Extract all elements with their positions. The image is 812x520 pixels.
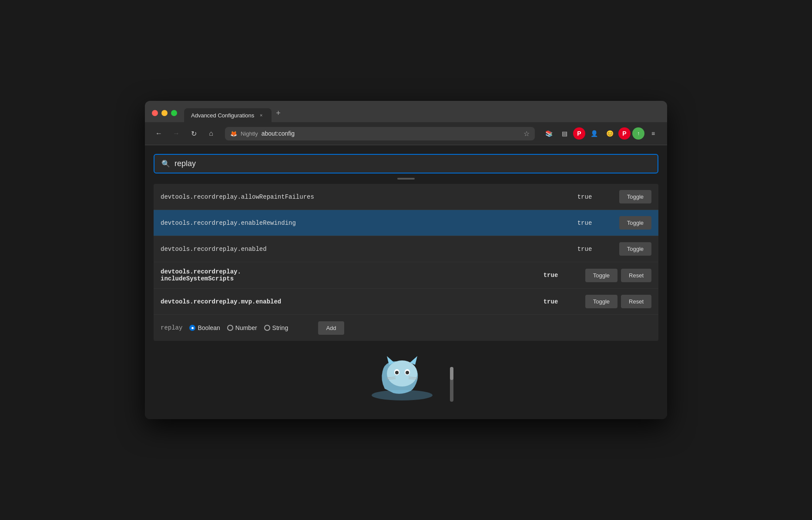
mascot-svg	[359, 350, 446, 402]
back-button[interactable]: ←	[152, 127, 166, 140]
pref-actions: Toggle	[619, 242, 651, 256]
library-button[interactable]: 📚	[542, 127, 556, 140]
home-button[interactable]: ⌂	[204, 127, 218, 140]
add-row: replay Boolean Number String	[154, 315, 658, 341]
active-tab[interactable]: Advanced Configurations ×	[184, 108, 272, 122]
pref-actions: Toggle	[619, 216, 651, 230]
account-button[interactable]: 👤	[587, 127, 601, 140]
nightly-label: Nightly	[241, 130, 258, 137]
mascot-area	[154, 341, 658, 410]
toggle-button[interactable]: Toggle	[585, 295, 617, 308]
pref-name: devtools.recordreplay.allowRepaintFailur…	[161, 193, 570, 200]
radio-number-label: Number	[235, 324, 257, 331]
account2-button[interactable]: 😊	[603, 127, 617, 140]
pref-value: true	[577, 193, 612, 200]
firefox-icon: 🦊	[230, 130, 237, 137]
config-row: devtools.recordreplay.includeSystemScrip…	[154, 262, 658, 289]
pinterest-icon[interactable]: P	[573, 127, 585, 140]
close-button[interactable]	[152, 110, 158, 116]
config-row: devtools.recordreplay.allowRepaintFailur…	[154, 184, 658, 210]
config-row: devtools.recordreplay.mvp.enabled true T…	[154, 289, 658, 315]
bookmark-button[interactable]: ☆	[523, 130, 530, 138]
pref-actions: Toggle	[619, 190, 651, 203]
svg-point-5	[406, 371, 409, 374]
browser-window: Advanced Configurations × + ← → ↻ ⌂ 🦊 Ni…	[145, 101, 667, 419]
forward-button[interactable]: →	[169, 127, 183, 140]
tab-close-button[interactable]: ×	[258, 112, 265, 119]
svg-point-4	[395, 371, 399, 374]
search-input[interactable]	[174, 159, 651, 168]
toggle-button[interactable]: Toggle	[585, 269, 617, 282]
pref-value: true	[577, 220, 612, 227]
search-icon: 🔍	[161, 160, 170, 168]
add-button[interactable]: Add	[318, 321, 344, 335]
reset-button[interactable]: Reset	[621, 269, 651, 282]
refresh-button[interactable]: ↻	[187, 127, 201, 140]
add-pref-name: replay	[161, 324, 182, 331]
pref-actions: Toggle Reset	[585, 269, 651, 282]
toggle-button[interactable]: Toggle	[619, 242, 651, 256]
menu-button[interactable]: ≡	[646, 127, 660, 140]
mascot-container	[359, 350, 446, 402]
pref-actions: Toggle Reset	[585, 295, 651, 308]
pref-name: devtools.recordreplay.mvp.enabled	[161, 298, 537, 305]
reset-button[interactable]: Reset	[621, 295, 651, 308]
radio-string-btn[interactable]	[264, 325, 270, 331]
traffic-lights	[152, 110, 177, 122]
new-tab-button[interactable]: +	[272, 106, 285, 120]
pref-value: true	[544, 298, 578, 305]
sidebar-button[interactable]: ▤	[557, 127, 571, 140]
radio-boolean[interactable]: Boolean	[189, 324, 220, 331]
title-bar: Advanced Configurations × +	[145, 101, 667, 122]
pref-name: devtools.recordreplay.enableRewinding	[161, 220, 570, 227]
config-row: devtools.recordreplay.enabled true Toggl…	[154, 236, 658, 262]
scroll-indicator	[154, 175, 658, 182]
pref-name: devtools.recordreplay.includeSystemScrip…	[161, 268, 537, 282]
tabs-area: Advanced Configurations × +	[184, 106, 660, 122]
svg-point-1	[387, 360, 417, 387]
config-row-highlighted: devtools.recordreplay.enableRewinding tr…	[154, 210, 658, 236]
toolbar: ← → ↻ ⌂ 🦊 Nightly ☆ 📚 ▤ P 👤 😊 P ↑ ≡	[145, 122, 667, 145]
radio-group: Boolean Number String	[189, 324, 311, 331]
radio-number-btn[interactable]	[227, 325, 233, 331]
pref-name: devtools.recordreplay.enabled	[161, 246, 570, 253]
url-input[interactable]	[262, 130, 520, 137]
radio-string[interactable]: String	[264, 324, 289, 331]
tab-title: Advanced Configurations	[191, 112, 254, 119]
minimize-button[interactable]	[161, 110, 168, 116]
scrollbar[interactable]	[450, 367, 453, 402]
scroll-thumb	[397, 178, 415, 180]
address-bar[interactable]: 🦊 Nightly ☆	[225, 127, 535, 140]
radio-string-label: String	[272, 324, 289, 331]
maximize-button[interactable]	[171, 110, 177, 116]
toolbar-icons: 📚 ▤ P 👤 😊 P ↑ ≡	[542, 127, 660, 140]
toggle-button[interactable]: Toggle	[619, 216, 651, 230]
scrollbar-thumb[interactable]	[450, 367, 453, 380]
pinterest2-icon[interactable]: P	[618, 127, 631, 140]
add-actions: Add	[318, 321, 344, 335]
search-container: 🔍	[154, 154, 658, 173]
pref-value: true	[577, 246, 612, 253]
radio-number[interactable]: Number	[227, 324, 257, 331]
pref-value: true	[544, 272, 578, 279]
radio-boolean-label: Boolean	[198, 324, 220, 331]
config-table: devtools.recordreplay.allowRepaintFailur…	[154, 184, 658, 341]
update-icon[interactable]: ↑	[632, 127, 644, 140]
page-content: 🔍 devtools.recordreplay.allowRepaintFail…	[145, 145, 667, 419]
radio-boolean-btn[interactable]	[189, 325, 195, 331]
toggle-button[interactable]: Toggle	[619, 190, 651, 203]
